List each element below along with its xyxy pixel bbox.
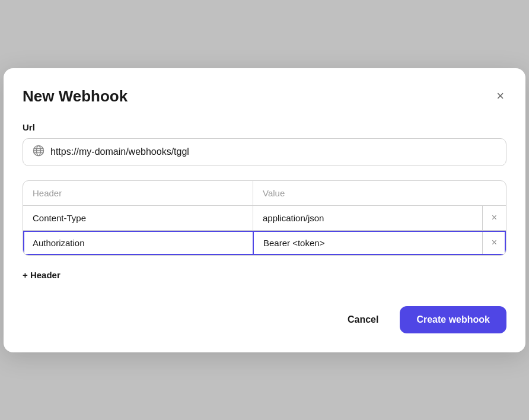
modal-title: New Webhook [23,87,128,106]
table-header-row: Header Value [23,181,506,206]
url-input[interactable] [50,147,496,157]
value-cell-authorization [253,231,482,255]
modal-overlay: New Webhook × Url Header Value [0,0,529,420]
modal-header: New Webhook × [23,87,506,106]
cancel-button[interactable]: Cancel [336,307,390,332]
delete-cell-authorization: × [482,231,506,255]
header-cell-authorization: Authorization [23,231,253,255]
delete-button-authorization[interactable]: × [489,236,499,250]
header-col-label: Header [23,181,253,205]
value-input-authorization[interactable] [263,238,473,248]
value-cell-content-type [253,206,482,230]
table-row: Content-Type × [23,206,506,231]
headers-table: Header Value Content-Type × Authori [23,180,506,256]
actions-col-label [482,181,506,205]
url-input-wrapper [23,138,506,166]
delete-cell-content-type: × [482,206,506,230]
globe-icon [33,145,44,160]
header-cell-content-type: Content-Type [23,206,253,230]
modal-footer: Cancel Create webhook [23,306,506,333]
table-row-authorization: Authorization × [23,231,506,255]
create-webhook-button[interactable]: Create webhook [400,306,506,333]
new-webhook-modal: New Webhook × Url Header Value [4,68,525,352]
close-button[interactable]: × [494,87,506,105]
delete-button-content-type[interactable]: × [489,211,499,225]
value-input-content-type[interactable] [263,213,473,223]
url-label: Url [23,122,506,132]
value-col-label: Value [253,181,482,205]
add-header-button[interactable]: + Header [23,268,60,282]
